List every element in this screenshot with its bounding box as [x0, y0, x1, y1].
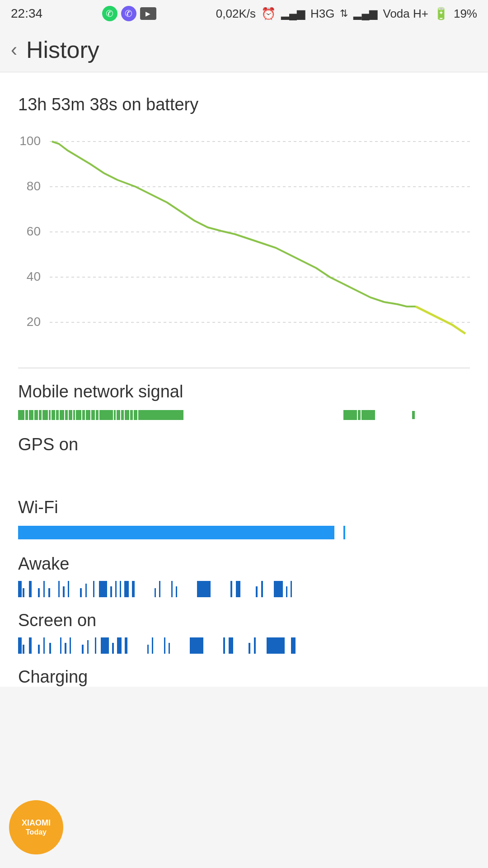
gps-label: GPS on: [18, 435, 470, 454]
watermark-sub: Today: [26, 828, 47, 836]
battery-curve-yellow: [416, 307, 465, 334]
screen-tick: [254, 637, 256, 654]
net-seg: [86, 410, 90, 420]
net-seg: [18, 410, 24, 420]
awake-tick: [63, 586, 65, 597]
back-button[interactable]: ‹: [11, 40, 17, 59]
mobile-network-section: Mobile network signal: [18, 382, 470, 421]
screen-on-section: Screen on: [18, 611, 470, 654]
carrier1-label: H3G: [310, 7, 334, 21]
screen-tick: [152, 637, 153, 654]
screen-tick: [23, 645, 24, 654]
screen-tick: [60, 637, 61, 654]
screen-tick: [223, 637, 225, 654]
voda-signal-icon: ▂▄▆: [353, 7, 377, 20]
watermark: XiAoMi Today: [9, 800, 63, 854]
battery-chart: 100 80 60 40 20: [18, 128, 470, 354]
awake-tick: [171, 581, 173, 597]
awake-tick: [43, 581, 45, 597]
charging-label: Charging: [18, 667, 470, 687]
net-seg: [99, 410, 113, 420]
viber-icon: ✆: [121, 6, 136, 21]
screen-tick: [164, 637, 165, 654]
awake-tick: [132, 581, 135, 597]
net-seg: [117, 410, 120, 420]
net-seg: [73, 410, 75, 420]
screen-tick: [117, 637, 122, 654]
whatsapp-icon: ✆: [102, 6, 117, 21]
awake-tick: [85, 584, 87, 597]
battery-icon: 🔋: [434, 7, 448, 21]
net-seg: [412, 411, 415, 419]
screen-tick: [18, 637, 22, 654]
net-seg: [56, 410, 59, 420]
section-gap-1: [18, 480, 470, 498]
awake-tick: [58, 581, 60, 597]
mobile-network-bar-row: [18, 409, 470, 421]
awake-tick: [110, 586, 112, 597]
screen-tick: [267, 637, 285, 654]
awake-tick: [48, 588, 50, 597]
main-content: 13h 53m 38s on battery 100 80 60 40 20 M…: [0, 72, 488, 687]
top-nav: ‹ 13h 53m 38s on battery History: [0, 27, 488, 72]
awake-tick-row: [18, 581, 470, 597]
net-seg: [121, 410, 124, 420]
awake-tick: [80, 588, 82, 597]
awake-tick: [261, 581, 263, 597]
screen-tick: [169, 643, 170, 654]
awake-tick: [286, 586, 287, 597]
awake-tick: [236, 581, 240, 597]
awake-tick: [159, 581, 160, 597]
status-right: 0,02K/s ⏰ ▂▄▆ H3G ⇅ ▂▄▆ Voda H+ 🔋 19%: [216, 7, 477, 21]
wifi-label: Wi-Fi: [18, 498, 470, 517]
ylabel-60: 60: [27, 224, 41, 238]
screen-tick: [87, 640, 89, 654]
net-seg: [82, 410, 85, 420]
screen-tick: [70, 637, 71, 654]
status-bar: 22:34 ✆ ✆ ▶ 0,02K/s ⏰ ▂▄▆ H3G ⇅ ▂▄▆ Voda…: [0, 0, 488, 27]
awake-tick: [291, 581, 292, 597]
wifi-bar: [18, 526, 334, 539]
screen-on-label: Screen on: [18, 611, 470, 630]
time-display: 22:34: [11, 6, 42, 21]
net-seg: [34, 410, 38, 420]
ylabel-20: 20: [27, 315, 41, 329]
wifi-bar-row: [18, 524, 470, 541]
net-seg: [91, 410, 95, 420]
net-seg: [358, 410, 361, 420]
screen-tick: [43, 637, 45, 654]
screen-tick: [147, 645, 149, 654]
awake-tick: [23, 588, 24, 597]
status-icons: ✆ ✆ ▶: [102, 6, 156, 21]
wifi-section: Wi-Fi: [18, 498, 470, 541]
ylabel-100: 100: [19, 134, 41, 148]
battery-curve-green: [52, 142, 416, 307]
mobile-network-label: Mobile network signal: [18, 382, 470, 401]
net-seg: [39, 410, 42, 420]
awake-label: Awake: [18, 554, 470, 574]
status-time: 22:34: [11, 6, 42, 21]
awake-tick: [93, 581, 94, 597]
awake-tick: [230, 581, 232, 597]
screen-tick: [125, 637, 127, 654]
net-seg: [60, 410, 64, 420]
awake-tick: [120, 581, 121, 597]
screen-tick: [29, 637, 32, 654]
gps-bar-empty: [18, 462, 470, 466]
gps-section: GPS on: [18, 435, 470, 466]
ylabel-40: 40: [27, 269, 41, 283]
net-seg: [76, 410, 81, 420]
carrier2-label: Voda H+: [383, 7, 428, 21]
watermark-brand: XiAoMi: [22, 818, 51, 828]
wifi-bar-small: [343, 526, 345, 539]
ylabel-80: 80: [27, 179, 41, 193]
awake-tick: [274, 581, 283, 597]
screen-on-tick-row: [18, 637, 470, 654]
awake-tick: [256, 586, 258, 597]
net-seg: [29, 410, 33, 420]
awake-tick: [38, 588, 40, 597]
screen-tick: [249, 643, 250, 654]
alarm-icon: ⏰: [261, 7, 276, 21]
awake-tick: [176, 586, 177, 597]
net-seg: [125, 410, 129, 420]
